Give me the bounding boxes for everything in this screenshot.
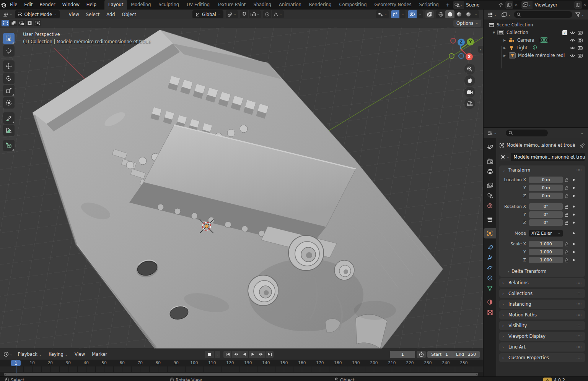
tab-layout[interactable]: Layout [104, 0, 127, 10]
tab-render-icon[interactable] [484, 156, 496, 166]
tool-cursor[interactable] [3, 45, 15, 57]
outliner-editor-type-icon[interactable]: ⌄ [486, 11, 498, 19]
gizmo-dropdown[interactable]: ⌄ [400, 10, 406, 18]
scene-icon[interactable]: ⌄ [453, 1, 464, 9]
outliner-filter-icon[interactable]: ⌄ [574, 11, 586, 19]
outliner-search-input[interactable] [514, 11, 572, 18]
tool-transform[interactable] [3, 97, 15, 109]
snap-target-selector[interactable]: ⌄ [249, 10, 261, 18]
panel-collections[interactable]: ›Collections∷∷ [499, 289, 585, 298]
unlink-scene-button[interactable]: ✕ [513, 3, 519, 7]
tab-geometry-nodes[interactable]: Geometry Nodes [371, 0, 415, 10]
animate-dot-icon[interactable] [573, 243, 575, 245]
tool-move[interactable] [3, 60, 15, 72]
shading-wireframe-button[interactable] [436, 10, 445, 18]
overlays-dropdown[interactable]: ⌄ [417, 10, 423, 18]
gizmo-axis-z-neg[interactable] [458, 53, 464, 59]
viewlayer-icon[interactable]: ⌄ [521, 1, 533, 9]
shading-solid-button[interactable] [445, 10, 454, 18]
select-mode-invert-button[interactable] [26, 20, 33, 26]
panel-motion-paths[interactable]: ›Motion Paths∷∷ [499, 310, 585, 319]
hide-eye-icon[interactable] [570, 46, 575, 50]
tool-add-cube[interactable] [3, 140, 15, 151]
panel-drag-handle[interactable]: ∷∷ [577, 168, 582, 172]
menu-file[interactable]: File [7, 0, 21, 10]
tab-rendering[interactable]: Rendering [305, 0, 336, 10]
current-frame-field[interactable]: 1 [390, 351, 415, 358]
tab-material-icon[interactable] [484, 297, 496, 307]
zoom-icon[interactable] [464, 64, 475, 75]
transform-panel-header[interactable]: ⌄ Transform ∷∷ [499, 165, 585, 175]
shading-material-button[interactable] [454, 10, 464, 18]
tool-annotate[interactable] [3, 112, 15, 124]
ortho-toggle-icon[interactable] [464, 98, 475, 109]
value-field[interactable]: 1.000 [529, 241, 563, 247]
play-reverse-button[interactable] [240, 351, 248, 358]
tab-texture-icon[interactable] [484, 307, 496, 318]
gizmo-axis-x-neg[interactable] [450, 38, 456, 44]
show-gizmo-toggle[interactable] [391, 10, 399, 18]
gizmo-axis-y[interactable]: Y [467, 38, 474, 45]
xray-toggle[interactable] [425, 10, 434, 18]
render-camera-icon[interactable] [578, 54, 583, 58]
menu-render[interactable]: Render [36, 0, 59, 10]
animate-dot-icon[interactable] [573, 179, 575, 181]
auto-keying-dropdown[interactable]: ⌄ [215, 351, 220, 358]
animate-dot-icon[interactable] [573, 187, 575, 189]
panel-visibility[interactable]: ›Visibility∷∷ [499, 321, 585, 330]
proportional-falloff-selector[interactable]: ⌄ [272, 10, 284, 18]
light-data-icon[interactable] [532, 45, 538, 50]
lock-icon[interactable] [563, 258, 570, 263]
select-mode-set-button[interactable] [2, 20, 9, 26]
properties-search-input[interactable] [506, 130, 548, 136]
menu-playback[interactable]: Playback ⌄ [15, 352, 45, 357]
menu-timeline-view[interactable]: View [72, 352, 88, 357]
mesh-expand-arrow[interactable]: ▶ [503, 54, 507, 57]
menu-keying[interactable]: Keying ⌄ [46, 352, 71, 357]
tab-scene-icon[interactable] [484, 190, 496, 201]
value-field[interactable]: 0 m [529, 177, 563, 183]
select-mode-intersect-button[interactable] [34, 20, 41, 26]
value-field[interactable]: 0° [529, 203, 563, 210]
camera-view-icon[interactable] [464, 87, 475, 97]
outliner-row-collection[interactable]: ▼ Collection ✓ [484, 29, 588, 36]
next-keyframe-button[interactable] [257, 351, 265, 358]
previous-keyframe-button[interactable] [232, 351, 240, 358]
timeline-ruler[interactable]: 2502402302202102001901801701601501401301… [0, 360, 483, 377]
menu-edit[interactable]: Edit [21, 0, 36, 10]
tab-sculpting[interactable]: Sculpting [155, 0, 183, 10]
render-camera-icon[interactable] [578, 46, 583, 50]
panel-line-art[interactable]: ›Line Art∷∷ [499, 342, 585, 352]
tab-collection-icon[interactable] [484, 214, 496, 225]
collection-checkbox[interactable]: ✓ [562, 30, 567, 35]
value-field[interactable]: 1.000 [529, 249, 563, 255]
panel-custom-properties[interactable]: ›Custom Properties∷∷ [499, 353, 585, 362]
lock-icon[interactable] [563, 220, 570, 225]
tool-select-box[interactable] [3, 33, 15, 44]
add-workspace-button[interactable]: + [443, 0, 453, 9]
light-expand-arrow[interactable]: ▶ [503, 46, 507, 50]
camera-data-icon[interactable] [540, 37, 548, 43]
tab-world-icon[interactable] [484, 201, 496, 211]
render-camera-icon[interactable] [578, 31, 583, 35]
outliner-display-mode-icon[interactable]: ⌄ [500, 11, 513, 19]
menu-object[interactable]: Object [119, 12, 139, 17]
tab-uv-editing[interactable]: UV Editing [183, 0, 213, 10]
lock-icon[interactable] [563, 242, 570, 246]
tab-texture-paint[interactable]: Texture Paint [213, 0, 249, 10]
tab-modifiers-icon[interactable] [484, 242, 496, 252]
value-field[interactable]: 0 m [529, 185, 563, 191]
transform-orientation-selector[interactable]: Global ⌄ [192, 10, 223, 18]
lock-icon[interactable] [563, 194, 570, 198]
animate-dot-icon[interactable] [573, 232, 575, 234]
tool-measure[interactable] [3, 125, 15, 136]
remove-viewlayer-button[interactable]: ✕ [582, 3, 588, 7]
value-field[interactable]: 0 m [529, 193, 563, 199]
mode-selector[interactable]: Object Mode ⌄ [15, 10, 60, 18]
animate-dot-icon[interactable] [573, 214, 575, 216]
panel-instancing[interactable]: ›Instancing∷∷ [499, 300, 585, 309]
visibility-dropdown[interactable]: ⌄ [376, 10, 389, 18]
select-mode-extend-button[interactable] [10, 20, 17, 26]
hide-eye-icon[interactable] [570, 31, 575, 34]
scene-name-field[interactable]: Scene [464, 1, 505, 9]
